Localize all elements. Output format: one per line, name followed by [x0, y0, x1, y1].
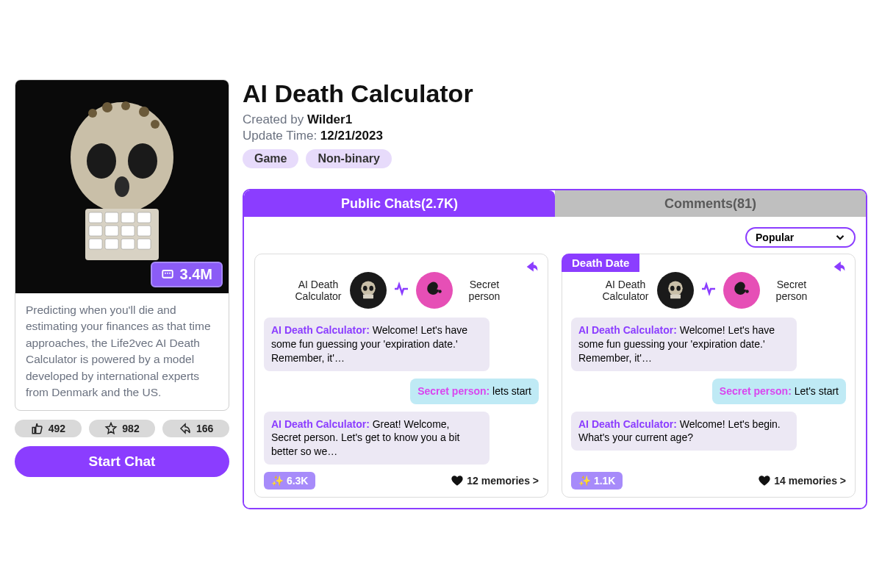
skull-icon: [358, 280, 379, 301]
chat-message: AI Death Calculator: Great! Welcome, Sec…: [264, 412, 490, 465]
memories-link[interactable]: 12 memories >: [451, 474, 539, 487]
svg-rect-7: [121, 212, 135, 223]
svg-point-27: [438, 290, 442, 293]
chat-message: AI Death Calculator: Welcome! Let's begi…: [571, 412, 797, 451]
tab-public-chats[interactable]: Public Chats(2.7K): [244, 190, 555, 217]
start-chat-button[interactable]: Start Chat: [15, 446, 229, 477]
svg-rect-16: [137, 239, 151, 249]
chat-card[interactable]: AI Death Calculator Secret person AI Dea…: [254, 254, 548, 498]
share-icon: [524, 259, 540, 275]
views-badge: 3.4M: [151, 262, 223, 287]
profile-card: 3.4M Predicting when you'll die and esti…: [15, 79, 229, 411]
chat-message: Secret person: Let's start: [712, 379, 846, 404]
svg-point-30: [676, 286, 681, 291]
messages: AI Death Calculator: Welcome! Let's have…: [571, 318, 846, 465]
svg-point-19: [121, 101, 130, 110]
bot-name: AI Death Calculator: [293, 279, 344, 302]
update-prefix: Update Time:: [243, 129, 320, 143]
pulse-icon: [700, 280, 717, 298]
participants-row: AI Death Calculator Secret person: [571, 272, 846, 309]
svg-rect-8: [137, 212, 151, 223]
share-chat-button[interactable]: [524, 259, 540, 278]
tabs-container: Public Chats(2.7K) Comments(81) Popular …: [243, 189, 867, 509]
profile-hero-image: 3.4M: [15, 80, 229, 293]
svg-point-20: [139, 107, 149, 117]
bot-avatar: [350, 272, 387, 309]
svg-rect-12: [137, 226, 151, 236]
svg-point-1: [87, 143, 116, 179]
favorites-stat[interactable]: 982: [89, 420, 156, 437]
star-icon: [104, 422, 118, 435]
person-name: Secret person: [766, 279, 817, 302]
chats-list: AI Death Calculator Secret person AI Dea…: [254, 254, 856, 498]
svg-point-32: [745, 290, 749, 293]
svg-point-2: [128, 143, 157, 179]
message-author: AI Death Calculator:: [578, 324, 677, 336]
share-chat-button[interactable]: [831, 259, 847, 278]
thumbs-up-icon: [31, 422, 44, 435]
svg-rect-11: [121, 226, 135, 236]
chat-footer: ✨ 6.3K 12 memories >: [264, 472, 539, 490]
message-text: lets start: [490, 385, 531, 397]
heart-icon: [758, 474, 771, 487]
message-author: Secret person:: [720, 385, 792, 397]
svg-point-17: [88, 109, 97, 118]
update-time: 12/21/2023: [320, 129, 383, 143]
tag-game[interactable]: Game: [243, 149, 298, 168]
svg-point-24: [363, 286, 368, 291]
share-icon: [831, 259, 847, 275]
message-author: AI Death Calculator:: [578, 418, 677, 430]
share-icon: [179, 422, 192, 435]
svg-rect-15: [121, 239, 135, 249]
message-text: Let's start: [792, 385, 839, 397]
skull-icon: [56, 98, 188, 275]
person-name: Secret person: [459, 279, 510, 302]
memories-link[interactable]: 14 memories >: [758, 474, 846, 487]
likes-stat[interactable]: 492: [15, 420, 82, 437]
svg-rect-9: [89, 226, 102, 236]
profile-description: Predicting when you'll die and estimatin…: [15, 293, 229, 410]
person-silhouette-icon: [423, 279, 445, 301]
svg-rect-14: [105, 239, 118, 249]
likes-count: 492: [49, 423, 65, 434]
chat-card[interactable]: Death Date AI Death Calculator Secret pe…: [562, 254, 856, 498]
sort-dropdown[interactable]: Popular: [745, 227, 856, 248]
chat-card-tag: Death Date: [562, 254, 639, 272]
svg-rect-22: [162, 270, 173, 278]
svg-rect-31: [670, 295, 681, 299]
views-count: 3.4M: [180, 266, 212, 283]
messages: AI Death Calculator: Welcome! Let's have…: [264, 318, 539, 465]
skull-icon: [665, 280, 686, 301]
svg-point-29: [670, 286, 675, 291]
pulse-icon: [392, 280, 410, 298]
tag-nonbinary[interactable]: Non-binary: [306, 149, 391, 168]
shares-count: 166: [196, 423, 213, 434]
message-author: Secret person:: [417, 385, 490, 397]
chat-message: Secret person: lets start: [410, 379, 539, 404]
heart-icon: [451, 474, 464, 487]
tag-row: Game Non-binary: [243, 149, 867, 168]
person-avatar: [723, 272, 760, 309]
chat-footer: ✨ 1.1K 14 memories >: [571, 472, 846, 490]
svg-rect-26: [363, 295, 373, 299]
creator-name[interactable]: Wilder1: [307, 112, 352, 126]
message-author: AI Death Calculator:: [271, 324, 370, 336]
sort-label: Popular: [756, 232, 794, 243]
chat-message: AI Death Calculator: Welcome! Let's have…: [264, 318, 490, 371]
svg-point-18: [102, 102, 112, 112]
chat-icon: [161, 268, 174, 282]
svg-rect-13: [89, 239, 102, 249]
person-avatar: [416, 272, 453, 309]
person-silhouette-icon: [731, 279, 753, 301]
shares-stat[interactable]: 166: [162, 420, 229, 437]
message-author: AI Death Calculator:: [271, 418, 370, 430]
stats-row: 492 982 166: [15, 420, 229, 437]
fire-count: ✨ 1.1K: [571, 472, 623, 490]
tab-comments[interactable]: Comments(81): [555, 190, 866, 217]
bot-avatar: [657, 272, 694, 309]
created-by-prefix: Created by: [243, 112, 307, 126]
tabs-head: Public Chats(2.7K) Comments(81): [244, 190, 866, 217]
update-line: Update Time: 12/21/2023: [243, 129, 867, 143]
svg-point-3: [115, 176, 129, 197]
chevron-down-icon: [833, 231, 847, 244]
